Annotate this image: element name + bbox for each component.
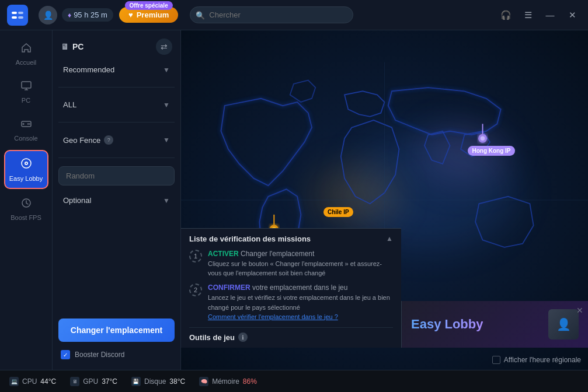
content-area: 🖥 PC ⇄ Recommended ▼ ALL ▼ Geo Fence ? bbox=[53, 30, 588, 370]
geo-fence-help-icon: ? bbox=[104, 135, 113, 145]
panel-header: 🖥 PC ⇄ bbox=[58, 38, 175, 55]
chevron-down-icon-4: ▼ bbox=[163, 197, 170, 205]
sidebar-item-pc[interactable]: PC bbox=[4, 74, 48, 110]
mission-text-1: ACTIVER Changer l'emplacement Cliquez su… bbox=[208, 249, 393, 278]
regional-time-row[interactable]: Afficher l'heure régionale bbox=[492, 356, 581, 364]
mission-text-2: CONFIRMER votre emplacement dans le jeu … bbox=[208, 283, 393, 321]
avatar: 👤 bbox=[39, 6, 57, 24]
user-hours: ♦ 95 h 25 m bbox=[62, 8, 113, 22]
sidebar-item-accueil[interactable]: Accueil bbox=[4, 36, 48, 72]
diamond-icon: ♦ bbox=[68, 11, 71, 19]
svg-rect-3 bbox=[18, 16, 23, 19]
search-input[interactable] bbox=[190, 6, 353, 23]
mission-items: 1 ACTIVER Changer l'emplacement Cliquez … bbox=[189, 249, 393, 321]
hongkong-ip-label: Hong Kong IP bbox=[468, 146, 514, 156]
minimize-button[interactable]: — bbox=[541, 6, 559, 24]
left-panel: 🖥 PC ⇄ Recommended ▼ ALL ▼ Geo Fence ? bbox=[53, 30, 181, 370]
game-avatar-container: 👤 bbox=[548, 309, 579, 340]
status-bar: 💻 CPU 44°C 🖥 GPU 37°C 💾 Disque 38°C 🧠 Mé… bbox=[0, 370, 588, 392]
topbar: 👤 ♦ 95 h 25 m Offre spéciale ♥ Premium 🔍… bbox=[0, 0, 588, 30]
panel-pc-icon: 🖥 bbox=[61, 42, 69, 51]
random-input[interactable] bbox=[58, 166, 175, 186]
regional-time-checkbox[interactable] bbox=[492, 356, 500, 364]
chile-ip-label: Chile IP bbox=[323, 207, 353, 217]
recommended-dropdown[interactable]: Recommended ▼ bbox=[58, 61, 175, 79]
offre-badge: Offre spéciale bbox=[125, 1, 173, 10]
avatar-placeholder: 👤 bbox=[548, 309, 579, 340]
all-dropdown[interactable]: ALL ▼ bbox=[58, 96, 175, 114]
cpu-icon: 💻 bbox=[9, 377, 19, 386]
svg-point-18 bbox=[481, 136, 485, 140]
change-location-button[interactable]: Changer l'emplacement bbox=[58, 318, 175, 342]
mission-item-2: 2 CONFIRMER votre emplacement dans le je… bbox=[189, 283, 393, 321]
svg-rect-4 bbox=[22, 82, 31, 88]
chevron-down-icon: ▼ bbox=[163, 66, 170, 74]
sidebar-item-boost-fps[interactable]: Boost FPS bbox=[4, 191, 48, 227]
collapse-icon[interactable]: ▲ bbox=[386, 235, 393, 243]
game-avatar: 👤 bbox=[548, 309, 579, 340]
mission-highlight-2: CONFIRMER bbox=[208, 284, 250, 292]
tools-header-row: Outils de jeu ℹ bbox=[189, 327, 393, 342]
optional-dropdown[interactable]: Optional ▼ bbox=[58, 191, 175, 209]
mission-num-2: 2 bbox=[189, 284, 202, 296]
cpu-status: 💻 CPU 44°C bbox=[9, 377, 56, 386]
map-area: Chile IP Hong Kong IP Afficher l'heure r… bbox=[181, 30, 588, 370]
sidebar: Accueil PC Console bbox=[0, 30, 53, 370]
home-icon bbox=[20, 42, 32, 57]
mission-item-1: 1 ACTIVER Changer l'emplacement Cliquez … bbox=[189, 249, 393, 278]
search-wrapper: 🔍 bbox=[190, 6, 353, 23]
easy-lobby-card: Easy Lobby 👤 ✕ bbox=[401, 301, 588, 348]
mission-highlight-1: ACTIVER bbox=[208, 250, 239, 258]
svg-rect-2 bbox=[18, 12, 23, 14]
mission-list-header: Liste de vérification des missions ▲ bbox=[189, 235, 393, 243]
app-logo bbox=[7, 5, 28, 26]
premium-heart-icon: ♥ bbox=[128, 10, 133, 19]
separator-3 bbox=[58, 158, 175, 158]
list-button[interactable]: ☰ bbox=[519, 6, 537, 24]
bottom-info-panel: Liste de vérification des missions ▲ 1 A… bbox=[181, 228, 401, 348]
boost-fps-icon bbox=[20, 197, 32, 212]
main-layout: Accueil PC Console bbox=[0, 30, 588, 370]
memory-status: 🧠 Mémoire 86% bbox=[199, 377, 257, 386]
sidebar-item-easy-lobby[interactable]: Easy Lobby bbox=[4, 150, 48, 189]
svg-point-10 bbox=[25, 163, 26, 164]
pc-icon bbox=[20, 80, 32, 94]
booster-discord-row: ✓ Booster Discord bbox=[58, 348, 175, 362]
console-icon bbox=[20, 118, 32, 132]
separator-2 bbox=[58, 122, 175, 123]
tools-info-icon: ℹ bbox=[238, 332, 248, 342]
memory-icon: 🧠 bbox=[199, 377, 208, 386]
chevron-down-icon-3: ▼ bbox=[163, 136, 170, 144]
close-button[interactable]: ✕ bbox=[563, 6, 581, 24]
swap-button[interactable]: ⇄ bbox=[156, 38, 172, 55]
easy-lobby-card-title: Easy Lobby bbox=[411, 317, 483, 332]
gpu-icon: 🖥 bbox=[70, 377, 79, 386]
topbar-right-controls: 🎧 ☰ — ✕ bbox=[497, 6, 581, 24]
gpu-status: 🖥 GPU 37°C bbox=[70, 377, 117, 386]
easy-lobby-icon bbox=[20, 157, 33, 173]
chevron-down-icon-2: ▼ bbox=[163, 101, 170, 109]
search-icon: 🔍 bbox=[196, 10, 205, 19]
disk-icon: 💾 bbox=[131, 377, 141, 386]
svg-rect-0 bbox=[12, 12, 17, 14]
geo-fence-dropdown[interactable]: Geo Fence ? ▼ bbox=[58, 131, 175, 149]
panel-title: 🖥 PC bbox=[61, 42, 83, 51]
svg-point-6 bbox=[27, 123, 28, 124]
map-background: Chile IP Hong Kong IP Afficher l'heure r… bbox=[181, 30, 588, 370]
premium-button[interactable]: Offre spéciale ♥ Premium bbox=[119, 7, 178, 23]
separator bbox=[58, 87, 175, 88]
svg-point-7 bbox=[29, 123, 30, 124]
booster-checkbox[interactable]: ✓ bbox=[61, 350, 70, 359]
support-button[interactable]: 🎧 bbox=[497, 6, 514, 24]
user-section: 👤 ♦ 95 h 25 m bbox=[39, 6, 113, 24]
easy-lobby-card-close[interactable]: ✕ bbox=[576, 306, 583, 315]
verify-location-link[interactable]: Comment vérifier l'emplacement dans le j… bbox=[208, 313, 393, 321]
svg-rect-1 bbox=[12, 16, 17, 19]
sidebar-item-console[interactable]: Console bbox=[4, 112, 48, 148]
disk-status: 💾 Disque 38°C bbox=[131, 377, 185, 386]
mission-num-1: 1 bbox=[189, 250, 202, 262]
